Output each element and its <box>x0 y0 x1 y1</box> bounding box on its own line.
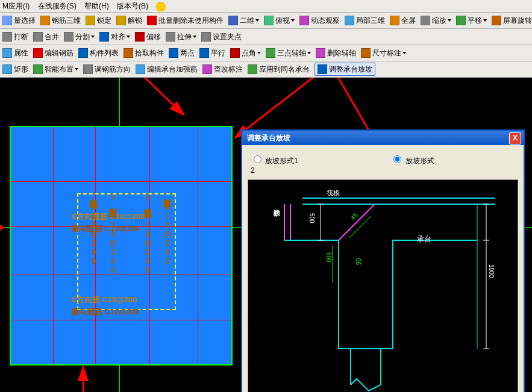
toolbar-btn-label: 平移 <box>468 13 482 28</box>
menu-app[interactable]: M应用(I) <box>2 2 30 10</box>
toolbar-btn-缩放[interactable]: 缩放 <box>421 13 451 28</box>
toolbar-btn-二维[interactable]: 二维 <box>228 13 259 28</box>
toolbar-btn-属性[interactable]: 属性 <box>2 45 28 61</box>
chevron-down-icon <box>193 36 196 38</box>
tool-icon <box>147 16 157 25</box>
tool-icon <box>2 16 12 25</box>
drawing-canvas[interactable]: X方向面筋 C10@200 横向面筋 C12@200 X方向筋 C10@200 … <box>0 78 532 392</box>
slope-diagram: 筏板 防水砂浆 承台 500 500 1000 45 90 <box>248 179 518 392</box>
toolbar-btn-解锁[interactable]: 解锁 <box>116 13 142 28</box>
toolbar-btn-屏幕旋转[interactable]: 屏幕旋转 <box>492 13 532 28</box>
tool-icon <box>266 48 275 58</box>
toolbar-btn-全屏[interactable]: 全屏 <box>390 13 416 28</box>
chevron-down-icon <box>291 19 295 22</box>
menu-version[interactable]: 版本号(B) <box>117 2 148 10</box>
toolbar-btn-拉伸[interactable]: 拉伸 <box>166 29 196 45</box>
toolbar-btn-平行[interactable]: 平行 <box>199 45 225 61</box>
toolbar-btn-局部三维[interactable]: 局部三维 <box>345 13 385 28</box>
toolbar-btn-编辑承台加强筋[interactable]: 编辑承台加强筋 <box>136 61 198 77</box>
grid-h <box>11 320 231 320</box>
toolbar-btn-对齐[interactable]: 对齐 <box>99 29 130 45</box>
toolbar-btn-三点辅轴[interactable]: 三点辅轴 <box>266 45 311 61</box>
toolbar-btn-label: 三点辅轴 <box>277 45 306 61</box>
toolbar-btn-label: 点角 <box>242 45 256 61</box>
radio-input-1[interactable] <box>254 155 261 163</box>
svg-line-1 <box>235 78 328 138</box>
toolbar-btn-合并[interactable]: 合并 <box>33 29 59 45</box>
toolbar-btn-打断[interactable]: 打断 <box>2 29 28 45</box>
toolbar-4: 矩形智能布置调钢筋方向编辑承台加强筋查改标注应用到同名承台调整承台放坡 <box>0 61 532 78</box>
tool-icon <box>248 64 257 74</box>
dim-1000: 1000 <box>488 264 495 278</box>
menu-online[interactable]: 在线服务(S) <box>38 2 77 10</box>
toolbar-btn-label: 打断 <box>14 29 28 45</box>
toolbar-btn-设置夹点[interactable]: 设置夹点 <box>201 29 242 45</box>
toolbar-btn-label: 调钢筋方向 <box>95 61 131 77</box>
chevron-down-icon <box>483 19 487 22</box>
axis-marker-left <box>0 225 5 231</box>
toolbar-btn-label: 动态观察 <box>311 13 340 28</box>
toolbar-btn-label: 锁定 <box>97 13 111 28</box>
chevron-down-icon <box>307 52 311 54</box>
toolbar-btn-label: 编辑承台加强筋 <box>147 61 198 77</box>
toolbar-btn-查改标注[interactable]: 查改标注 <box>202 61 243 77</box>
tool-icon <box>421 16 430 25</box>
toolbar-btn-两点[interactable]: 两点 <box>169 45 195 61</box>
toolbar-btn-应用到同名承台[interactable]: 应用到同名承台 <box>248 61 310 77</box>
tool-icon <box>2 64 12 74</box>
toolbar-btn-label: 钢筋三维 <box>52 13 81 28</box>
toolbar-btn-label: 解锁 <box>128 13 142 28</box>
toolbar-btn-俯视[interactable]: 俯视 <box>264 13 295 28</box>
tool-icon <box>64 32 74 42</box>
toolbar-btn-label: 合并 <box>45 29 59 45</box>
tool-icon <box>390 16 399 25</box>
angle-90: 90 <box>355 258 362 265</box>
dialog-titlebar[interactable]: 调整承台放坡 X <box>242 131 524 145</box>
toolbar-btn-label: 尺寸标注 <box>372 45 401 61</box>
toolbar-btn-动态观察[interactable]: 动态观察 <box>299 13 340 28</box>
radio-input-2[interactable] <box>393 155 401 163</box>
radio-slope-form-1[interactable]: 放坡形式1 <box>251 157 300 165</box>
toolbar-btn-批量删除未使用构件[interactable]: 批量删除未使用构件 <box>147 13 224 28</box>
toolbar-btn-量选择[interactable]: 量选择 <box>2 13 36 28</box>
toolbar-btn-label: 设置夹点 <box>213 29 242 45</box>
tool-icon <box>264 16 274 25</box>
toolbar-btn-编辑钢筋[interactable]: 编辑钢筋 <box>33 45 74 61</box>
toolbar-btn-调钢筋方向[interactable]: 调钢筋方向 <box>83 61 131 77</box>
toolbar-btn-调整承台放坡[interactable]: 调整承台放坡 <box>315 63 375 76</box>
lbl-raft: 筏板 <box>327 188 340 198</box>
toolbar-btn-钢筋三维[interactable]: 钢筋三维 <box>40 13 81 28</box>
toolbar-btn-label: 缩放 <box>432 13 446 28</box>
rebar-label: 纵向面筋 C12@200 <box>161 193 172 266</box>
menu-bar: M应用(I) 在线服务(S) 帮助(H) 版本号(B) <box>0 0 532 13</box>
toolbar-btn-平移[interactable]: 平移 <box>456 13 487 28</box>
close-icon[interactable]: X <box>509 132 521 145</box>
toolbar-btn-分割[interactable]: 分割 <box>64 29 95 45</box>
toolbar-btn-矩形[interactable]: 矩形 <box>2 61 28 77</box>
tool-icon <box>456 16 466 25</box>
toolbar-btn-label: 偏移 <box>146 29 161 45</box>
tool-icon <box>202 64 212 74</box>
menu-help[interactable]: 帮助(H) <box>84 2 109 10</box>
selected-pilecap[interactable]: X方向面筋 C10@200 横向面筋 C12@200 X方向筋 C10@200 … <box>10 126 233 366</box>
toolbar-btn-点角[interactable]: 点角 <box>230 45 261 61</box>
toolbar-btn-构件列表[interactable]: 构件列表 <box>78 45 119 61</box>
svg-line-0 <box>133 78 184 115</box>
toolbar-btn-偏移[interactable]: 偏移 <box>135 29 161 45</box>
helmet-icon <box>156 2 166 11</box>
toolbar-btn-label: 二维 <box>240 13 254 28</box>
toolbar-btn-锁定[interactable]: 锁定 <box>86 13 111 28</box>
tool-icon <box>124 48 133 58</box>
toolbar-btn-智能布置[interactable]: 智能布置 <box>33 61 78 77</box>
toolbar-btn-label: 局部三维 <box>356 13 385 28</box>
grid-h <box>11 181 231 182</box>
toolbar-btn-拾取构件[interactable]: 拾取构件 <box>124 45 164 61</box>
tool-icon <box>78 48 88 58</box>
slope-dialog: 调整承台放坡 X 放坡形式1 放坡形式2 <box>241 129 525 392</box>
rebar-label: 横向底筋 C12@200 <box>71 306 140 317</box>
toolbar-btn-label: 调整承台放坡 <box>329 63 372 75</box>
toolbar-btn-尺寸标注[interactable]: 尺寸标注 <box>361 45 406 61</box>
tool-icon <box>2 32 12 42</box>
toolbar-btn-删除辅轴[interactable]: 删除辅轴 <box>316 45 356 61</box>
slope-form-radios: 放坡形式1 放坡形式2 <box>247 150 519 179</box>
